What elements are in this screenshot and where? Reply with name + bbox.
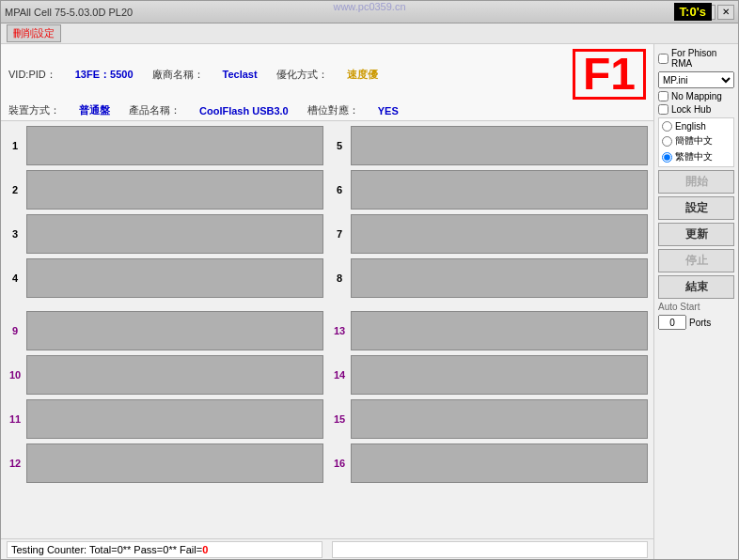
slot-row-15: 15 — [331, 398, 648, 440]
lang-english-row: English — [659, 120, 733, 132]
slot-row-3: 3 — [7, 213, 323, 255]
phison-rma-checkbox[interactable] — [658, 54, 668, 64]
lang-traditional-row: 繁體中文 — [659, 149, 733, 164]
slots-col-right: 5 6 7 8 — [331, 125, 648, 535]
optimize-value: 速度優 — [347, 68, 378, 82]
slot-box-5 — [351, 126, 648, 165]
slot-num-6: 6 — [331, 184, 348, 195]
slot-box-13 — [351, 311, 648, 350]
device-mode-label: 裝置方式： — [8, 103, 60, 117]
slot-row-8: 8 — [331, 257, 648, 299]
vendor-label: 廠商名稱： — [152, 68, 204, 82]
update-button[interactable]: 更新 — [658, 223, 734, 246]
right-panel: For Phison RMA MP.ini No Mapping Lock Hu… — [653, 44, 738, 559]
slot-num-16: 16 — [331, 458, 348, 469]
no-mapping-label: No Mapping — [671, 91, 722, 101]
slot-num-13: 13 — [331, 325, 348, 336]
slot-num-4: 4 — [7, 272, 24, 284]
slot-row-16: 16 — [331, 443, 648, 484]
slot-row-10: 10 — [7, 354, 323, 396]
status-section-left: Testing Counter: Total= 0 ** Pass= 0 ** … — [7, 541, 322, 558]
slot-num-7: 7 — [331, 228, 348, 240]
start-button[interactable]: 開始 — [658, 170, 734, 194]
slot-row-2: 2 — [7, 169, 323, 210]
slot-box-7 — [351, 214, 648, 254]
lang-simplified-radio[interactable] — [662, 136, 672, 147]
ini-dropdown[interactable]: MP.ini — [658, 71, 734, 88]
timer-badge: T:0's — [674, 3, 712, 21]
ports-label: Ports — [689, 318, 711, 328]
content-area: VID:PID：13FE：5500 廠商名稱：Teclast 優化方式：速度優 … — [1, 44, 738, 559]
slot-row-1: 1 — [7, 125, 323, 166]
stop-button[interactable]: 停止 — [658, 249, 734, 272]
slot-row-9: 9 — [7, 310, 323, 351]
no-mapping-checkbox[interactable] — [658, 91, 668, 101]
partition-value: YES — [378, 105, 399, 117]
lock-hub-label: Lock Hub — [671, 104, 711, 115]
exit-button[interactable]: 結束 — [658, 275, 734, 299]
slot-num-1: 1 — [7, 140, 24, 151]
slot-num-5: 5 — [331, 140, 348, 151]
slot-num-3: 3 — [7, 228, 24, 240]
ports-slots: 1 2 3 4 — [1, 121, 653, 538]
title-bar: MPAll Cell 75-5.03.0D PL20 www.pc0359.cn… — [1, 1, 738, 23]
counter-label: Testing Counter: Total= — [11, 544, 118, 555]
title-text: MPAll Cell 75-5.03.0D PL20 — [5, 7, 680, 18]
optimize-label: 優化方式： — [276, 68, 328, 82]
vid-pid-value: 13FE：5500 — [75, 68, 134, 82]
auto-start-row: Ports — [658, 315, 734, 330]
lang-traditional-label: 繁體中文 — [675, 150, 713, 163]
slot-row-13: 13 — [331, 310, 648, 351]
pass-label: ** Pass= — [123, 544, 164, 555]
slot-box-4 — [26, 258, 323, 298]
close-button[interactable]: ✕ — [717, 5, 734, 20]
slot-box-12 — [26, 443, 323, 483]
slot-row-5: 5 — [331, 125, 648, 166]
f1-badge: F1 — [573, 49, 646, 100]
lang-simplified-label: 簡體中文 — [675, 134, 713, 148]
lang-traditional-radio[interactable] — [662, 152, 672, 163]
partition-label: 槽位對應： — [307, 103, 359, 117]
lock-hub-checkbox[interactable] — [658, 104, 668, 115]
slot-row-12: 12 — [7, 443, 323, 484]
slot-box-16 — [351, 443, 648, 483]
product-value: CoolFlash USB3.0 — [199, 105, 289, 117]
slot-num-9: 9 — [7, 325, 24, 336]
main-panel: VID:PID：13FE：5500 廠商名稱：Teclast 優化方式：速度優 … — [1, 44, 653, 559]
product-label: 產品名稱： — [129, 103, 181, 117]
slot-box-3 — [26, 214, 323, 254]
slot-row-14: 14 — [331, 354, 648, 396]
vendor-value: Teclast — [223, 69, 258, 80]
fail-value: 0 — [202, 544, 208, 555]
lang-simplified-row: 簡體中文 — [659, 133, 733, 148]
settings-button[interactable]: 設定 — [658, 196, 734, 220]
slots-col-left: 1 2 3 4 — [7, 125, 323, 535]
auto-start-input[interactable] — [658, 315, 686, 330]
slot-num-2: 2 — [7, 184, 24, 195]
slot-row-6: 6 — [331, 169, 648, 210]
slot-num-8: 8 — [331, 272, 348, 284]
slot-box-1 — [26, 126, 323, 165]
slot-box-9 — [26, 311, 323, 350]
info-row-1: VID:PID：13FE：5500 廠商名稱：Teclast 優化方式：速度優 — [8, 68, 563, 82]
slot-box-8 — [351, 258, 648, 298]
slot-num-11: 11 — [7, 413, 24, 425]
language-radio-group: English 簡體中文 繁體中文 — [658, 117, 734, 167]
slot-row-4: 4 — [7, 257, 323, 299]
delete-settings-button[interactable]: 刪削設定 — [7, 24, 61, 42]
no-mapping-row: No Mapping — [658, 91, 734, 101]
slots-grid: 1 2 3 4 — [7, 125, 648, 535]
info-row-2: 裝置方式：普通盤 產品名稱：CoolFlash USB3.0 槽位對應：YES — [8, 103, 646, 117]
slot-box-15 — [351, 399, 648, 439]
device-mode-value: 普通盤 — [79, 103, 110, 117]
slot-row-7: 7 — [331, 213, 648, 255]
auto-start-label: Auto Start — [658, 302, 734, 312]
vid-pid-label: VID:PID： — [8, 68, 56, 82]
lock-hub-row: Lock Hub — [658, 104, 734, 115]
slot-num-14: 14 — [331, 369, 348, 381]
slot-box-14 — [351, 355, 648, 395]
top-action-bar: 刪削設定 — [1, 23, 738, 44]
info-bar: VID:PID：13FE：5500 廠商名稱：Teclast 優化方式：速度優 … — [1, 44, 653, 121]
lang-english-radio[interactable] — [662, 121, 672, 132]
slot-num-12: 12 — [7, 458, 24, 469]
